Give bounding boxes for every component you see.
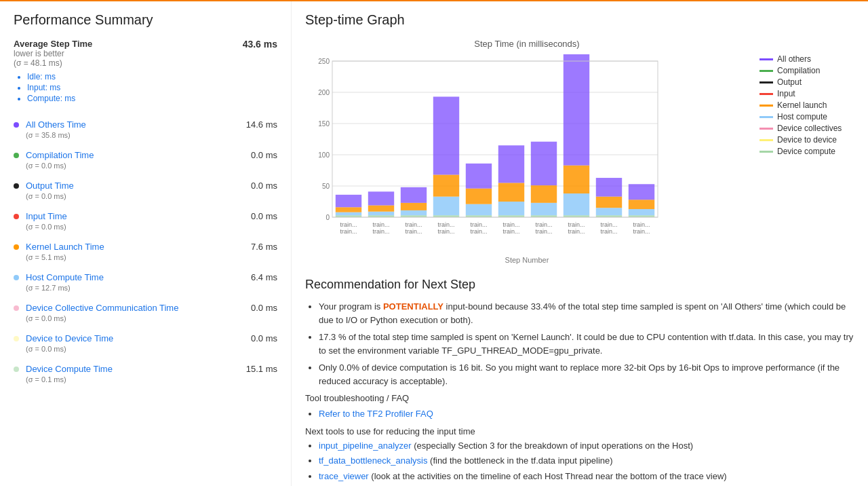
step-time-graph: Step Time (in milliseconds) 050100150200…: [305, 39, 854, 264]
svg-text:train...: train...: [405, 228, 422, 235]
svg-rect-46: [596, 197, 622, 208]
metric-sigma-5: (σ = 12.7 ms): [26, 284, 230, 292]
metric-sigma-2: (σ = 0.0 ms): [26, 192, 230, 200]
metric-name-6[interactable]: Device Collective Communication Time: [26, 303, 230, 313]
rec-bullet-0: Your program is POTENTIALLY input-bound …: [319, 300, 854, 326]
metric-dot-5: [14, 275, 19, 280]
legend-label-3: Input: [777, 89, 795, 98]
legend-color-1: [760, 70, 773, 72]
tool-faq-list: Refer to the TF2 Profiler FAQ: [305, 407, 854, 421]
svg-rect-31: [466, 164, 492, 189]
highlight-potentially: POTENTIALLY: [383, 301, 443, 312]
metric-name-0[interactable]: All Others Time: [26, 119, 230, 130]
input-link-1[interactable]: tf_data_bottleneck_analysis: [319, 455, 427, 466]
avg-bullet-idle: Idle: ms: [27, 72, 277, 81]
svg-rect-15: [336, 195, 361, 207]
metric-name-7[interactable]: Device to Device Time: [26, 333, 230, 343]
chart-x-label: Step Number: [305, 256, 749, 264]
legend-label-5: Host compute: [777, 112, 827, 122]
metric-dot-8: [14, 367, 19, 372]
legend-item-7: Device to device: [760, 135, 854, 145]
metric-info-4: Kernel Launch Time (σ = 5.1 ms): [26, 242, 230, 261]
metric-name-1[interactable]: Compilation Time: [26, 150, 230, 160]
faq-link[interactable]: Refer to the TF2 Profiler FAQ: [319, 409, 433, 419]
metric-dot-4: [14, 244, 19, 250]
legend-color-0: [760, 58, 773, 60]
avg-step-sigma: (σ = 48.1 ms): [14, 58, 92, 68]
metric-name-8[interactable]: Device Compute Time: [26, 364, 230, 374]
svg-text:train...: train...: [405, 221, 422, 228]
svg-text:250: 250: [318, 58, 330, 65]
svg-rect-50: [629, 200, 654, 209]
legend-color-5: [760, 116, 773, 118]
metric-name-5[interactable]: Host Compute Time: [26, 272, 230, 282]
rec-bullet-2: Only 0.0% of device computation is 16 bi…: [319, 361, 854, 388]
right-panel-title: Step-time Graph: [305, 12, 854, 28]
svg-text:train...: train...: [535, 228, 552, 235]
svg-rect-17: [368, 212, 394, 216]
legend-item-2: Output: [760, 77, 854, 87]
recommendation-bullets: Your program is POTENTIALLY input-bound …: [305, 300, 854, 388]
legend-color-6: [760, 128, 773, 130]
legend-color-3: [760, 93, 773, 95]
input-links-list: input_pipeline_analyzer (especially Sect…: [305, 439, 854, 483]
svg-rect-25: [433, 197, 459, 216]
input-link-desc-2: (look at the activities on the timeline …: [369, 471, 727, 481]
metric-info-1: Compilation Time (σ = 0.0 ms): [26, 150, 230, 170]
metric-value-0: 14.6 ms: [230, 119, 277, 130]
svg-rect-19: [368, 191, 394, 205]
legend-item-3: Input: [760, 89, 854, 98]
svg-rect-51: [629, 184, 654, 200]
metric-row-2: Output Time (σ = 0.0 ms) 0.0 ms: [14, 175, 277, 206]
input-link-item-2: trace_viewer (look at the activities on …: [319, 470, 854, 483]
svg-text:train...: train...: [633, 228, 650, 235]
metric-dot-6: [14, 305, 19, 311]
metric-info-0: All Others Time (σ = 35.8 ms): [26, 119, 230, 139]
legend-item-6: Device collectives: [760, 124, 854, 133]
metric-value-6: 0.0 ms: [230, 303, 277, 313]
svg-text:100: 100: [318, 151, 330, 159]
metric-sigma-8: (σ = 0.1 ms): [26, 375, 230, 384]
chart-legend: All others Compilation Output Input Kern…: [760, 52, 854, 264]
avg-step-section: Average Step Time lower is better (σ = 4…: [14, 39, 277, 103]
metric-info-6: Device Collective Communication Time (σ …: [26, 303, 230, 322]
left-panel-title: Performance Summary: [14, 12, 277, 28]
metric-sigma-0: (σ = 35.8 ms): [26, 131, 230, 139]
svg-text:train...: train...: [502, 221, 519, 228]
svg-text:train...: train...: [470, 228, 487, 235]
svg-text:train...: train...: [568, 221, 585, 228]
svg-rect-23: [401, 187, 427, 203]
metric-info-3: Input Time (σ = 0.0 ms): [26, 211, 230, 231]
svg-rect-39: [531, 142, 557, 185]
svg-rect-33: [498, 202, 524, 215]
metric-name-2[interactable]: Output Time: [26, 181, 230, 191]
metric-row-3: Input Time (σ = 0.0 ms) 0.0 ms: [14, 206, 277, 236]
legend-color-2: [760, 81, 773, 83]
legend-color-8: [760, 151, 773, 153]
input-link-desc-0: (especially Section 3 for the breakdown …: [412, 441, 694, 451]
tool-faq-label: Tool troubleshooting / FAQ: [305, 393, 854, 403]
avg-bullet-compute: Compute: ms: [27, 94, 277, 103]
legend-item-4: Kernel launch: [760, 100, 854, 110]
avg-step-label: Average Step Time: [14, 39, 92, 49]
svg-text:50: 50: [322, 183, 330, 190]
svg-text:train...: train...: [535, 221, 552, 228]
recommendation-section: Recommendation for Next Step Your progra…: [305, 278, 854, 486]
svg-rect-41: [564, 193, 589, 215]
svg-rect-34: [498, 183, 524, 202]
metric-name-4[interactable]: Kernel Launch Time: [26, 242, 230, 252]
metric-row-0: All Others Time (σ = 35.8 ms) 14.6 ms: [14, 114, 277, 145]
svg-text:train...: train...: [340, 221, 357, 228]
input-link-2[interactable]: trace_viewer: [319, 471, 369, 481]
svg-text:train...: train...: [600, 221, 617, 228]
metric-info-5: Host Compute Time (σ = 12.7 ms): [26, 272, 230, 292]
legend-label-2: Output: [777, 77, 802, 87]
input-link-0[interactable]: input_pipeline_analyzer: [319, 441, 412, 451]
svg-rect-45: [596, 208, 622, 215]
recommendation-title: Recommendation for Next Step: [305, 278, 854, 292]
svg-rect-14: [336, 207, 361, 212]
svg-text:150: 150: [318, 120, 330, 128]
svg-rect-42: [564, 166, 589, 193]
metric-name-3[interactable]: Input Time: [26, 211, 230, 221]
svg-rect-30: [466, 189, 492, 204]
